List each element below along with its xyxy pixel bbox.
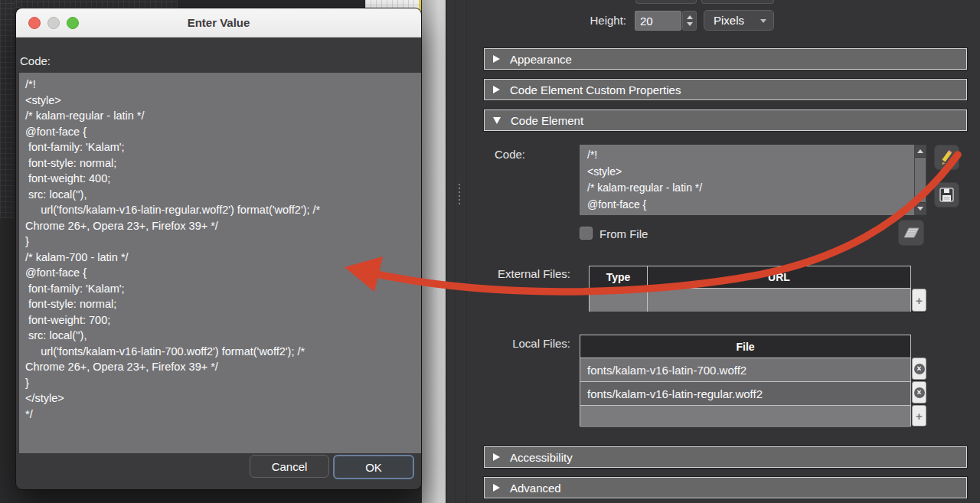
stepper-down-icon[interactable] [687, 22, 693, 26]
dialog-titlebar[interactable]: Enter Value [16, 8, 421, 38]
remove-icon: × [914, 387, 925, 398]
scroll-down-icon[interactable] [915, 202, 926, 214]
external-url-cell[interactable] [648, 289, 910, 312]
browse-file-button[interactable] [898, 220, 924, 246]
pencil-icon [937, 148, 956, 167]
inspector-panel [446, 0, 980, 503]
save-code-button[interactable] [934, 182, 959, 207]
section-label: Appearance [510, 53, 572, 66]
cancel-button[interactable]: Cancel [250, 455, 329, 478]
section-label: Accessibility [510, 451, 573, 464]
section-code-element[interactable]: Code Element [484, 109, 967, 131]
ok-button[interactable]: OK [333, 455, 414, 479]
floppy-disk-icon [938, 186, 956, 204]
stepper-up-icon[interactable] [687, 15, 693, 19]
enter-value-dialog: Enter Value Code: /*! <style> /* kalam-r… [15, 8, 422, 490]
local-file-row[interactable]: fonts/kalam-v16-latin-regular.woff2 [580, 382, 910, 406]
disclosure-right-icon [493, 86, 500, 93]
section-label: Code Element [511, 114, 583, 127]
remove-icon: × [914, 364, 925, 374]
canvas-grid-pattern [0, 0, 15, 218]
scroll-up-icon[interactable] [915, 145, 926, 158]
height-stepper[interactable] [682, 11, 697, 31]
panel-divider [466, 0, 467, 503]
clipped-dropdown [701, 0, 774, 4]
section-label: Advanced [510, 482, 561, 495]
disclosure-right-icon [493, 55, 500, 63]
external-files-table: Type URL [589, 266, 911, 312]
external-type-cell[interactable] [590, 289, 648, 312]
add-local-file-button[interactable]: + [912, 405, 926, 426]
unit-dropdown[interactable]: Pixels [704, 10, 774, 31]
disclosure-right-icon [493, 453, 500, 461]
panel-code-label: Code: [495, 148, 525, 161]
folder-icon [901, 223, 921, 243]
external-files-label: External Files: [482, 267, 570, 280]
dialog-title: Enter Value [16, 16, 421, 29]
section-accessibility[interactable]: Accessibility [484, 446, 967, 468]
height-label: Height: [573, 14, 626, 27]
local-file-empty-row[interactable] [580, 406, 910, 427]
code-label: Code: [20, 54, 51, 67]
splitter-handle[interactable] [459, 184, 460, 204]
chevron-down-icon [760, 19, 766, 23]
panel-divider [455, 0, 456, 503]
section-appearance[interactable]: Appearance [484, 48, 967, 70]
add-external-file-button[interactable]: + [912, 289, 926, 312]
code-preview[interactable]: /*! <style> /* kalam-regular - latin */ … [580, 145, 914, 215]
canvas-grid-pattern [0, 0, 178, 8]
column-header-file[interactable]: File [580, 335, 910, 358]
column-header-url[interactable]: URL [648, 266, 910, 288]
section-code-element-custom-properties[interactable]: Code Element Custom Properties [484, 79, 967, 100]
plus-icon: + [916, 294, 923, 307]
clipped-input [635, 0, 697, 4]
local-file-row[interactable]: fonts/kalam-v16-latin-700.woff2 [580, 358, 910, 382]
canvas-dark-object [178, 0, 366, 8]
section-advanced[interactable]: Advanced [484, 477, 967, 498]
height-input[interactable] [635, 11, 681, 31]
local-files-table: File fonts/kalam-v16-latin-700.woff2 fon… [580, 335, 911, 426]
remove-local-file-button[interactable]: × [912, 381, 926, 403]
from-file-label: From File [599, 227, 648, 240]
plus-icon: + [916, 410, 923, 423]
column-header-type[interactable]: Type [590, 266, 648, 288]
edit-code-button[interactable] [934, 145, 959, 170]
section-label: Code Element Custom Properties [510, 83, 681, 96]
preview-scrollbar[interactable] [914, 145, 926, 215]
remove-local-file-button[interactable]: × [912, 358, 926, 380]
code-editor[interactable]: /*! <style> /* kalam-regular - latin */ … [19, 73, 422, 453]
local-files-label: Local Files: [482, 337, 570, 350]
app-root: Enter Value Code: /*! <style> /* kalam-r… [0, 0, 980, 503]
unit-value: Pixels [714, 14, 744, 27]
from-file-checkbox[interactable] [580, 227, 593, 240]
disclosure-down-icon [493, 117, 501, 124]
disclosure-right-icon [493, 484, 500, 492]
canvas-gutter [422, 0, 446, 503]
